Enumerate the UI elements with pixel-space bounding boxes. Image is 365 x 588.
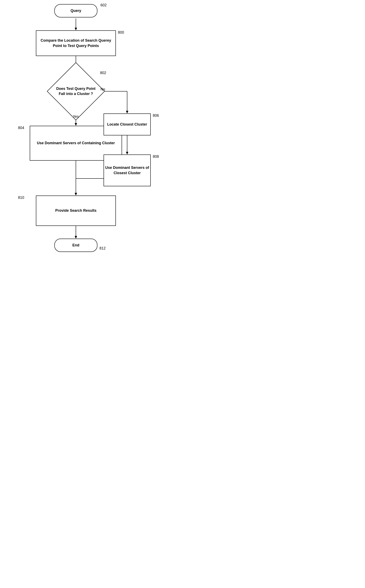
end-ref: 812	[99, 246, 105, 250]
svg-marker-8	[126, 111, 128, 113]
step-804-label: Use Dominant Servers of Containing Clust…	[37, 141, 115, 146]
end-label: End	[72, 243, 79, 248]
step-800-ref: 800	[118, 30, 124, 35]
start-ref: 602	[100, 3, 107, 7]
step-806-label: Locate Closest Cluster	[107, 122, 147, 127]
decision-802-label: Does Test Query Point Fall into a Cluste…	[54, 86, 97, 96]
step-810-ref: 810	[18, 196, 24, 200]
step-808: Use Dominant Servers of Closest Cluster	[104, 155, 151, 186]
svg-marker-16	[75, 236, 77, 239]
flowchart-diagram: Query 602 Compare the Location of Search…	[0, 0, 182, 294]
step-810-label: Provide Search Results	[55, 208, 96, 213]
decision-802: Does Test Query Point Fall into a Cluste…	[54, 70, 97, 113]
step-800-label: Compare the Location of Search Querey Po…	[36, 38, 115, 48]
svg-marker-1	[75, 28, 77, 30]
step-806: Locate Closest Cluster	[104, 113, 151, 135]
start-label: Query	[70, 8, 81, 13]
decision-802-ref: 802	[100, 71, 106, 75]
no-label: No	[100, 87, 105, 92]
step-808-ref: 808	[153, 155, 159, 159]
step-808-label: Use Dominant Servers of Closest Cluster	[104, 165, 150, 175]
end-node: End	[54, 239, 97, 252]
svg-marker-10	[126, 152, 128, 155]
step-800: Compare the Location of Search Querey Po…	[36, 30, 116, 56]
step-804-ref: 804	[18, 126, 24, 130]
svg-marker-13	[75, 193, 77, 196]
svg-marker-5	[75, 123, 77, 126]
start-node: Query	[54, 4, 97, 17]
yes-label: Yes	[73, 114, 79, 119]
step-806-ref: 806	[153, 113, 159, 118]
step-810: Provide Search Results	[36, 196, 116, 226]
